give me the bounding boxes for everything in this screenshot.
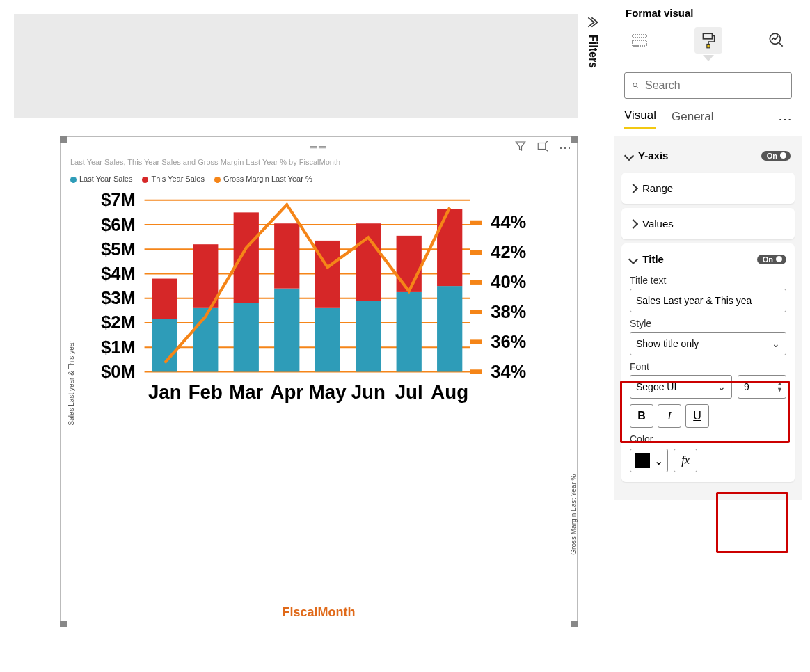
- svg-text:Jul: Jul: [395, 381, 423, 403]
- title-section-header[interactable]: Title On: [630, 253, 786, 269]
- resize-handle[interactable]: [60, 136, 67, 143]
- svg-text:$3M: $3M: [101, 288, 136, 307]
- analytics-icon: [768, 31, 786, 49]
- chart-legend: Last Year Sales This Year Sales Gross Ma…: [70, 175, 312, 183]
- chart-visual[interactable]: ══ ⋯ Last Year Sales, This Year Sales an…: [60, 136, 578, 627]
- svg-rect-39: [193, 244, 218, 308]
- filters-expand-icon: [586, 15, 600, 29]
- font-label: Font: [630, 361, 786, 372]
- y-axis-right-label: Gross Margin Last Year %: [570, 474, 578, 555]
- chevron-right-icon: [630, 182, 637, 194]
- svg-rect-6: [538, 143, 546, 150]
- svg-text:44%: 44%: [491, 212, 526, 232]
- font-size-stepper[interactable]: 9▲▼: [738, 375, 786, 399]
- italic-button[interactable]: I: [658, 404, 681, 428]
- drag-handle-icon[interactable]: ══: [310, 141, 327, 152]
- color-picker[interactable]: ⌄: [630, 449, 668, 472]
- svg-rect-2: [703, 33, 712, 39]
- svg-rect-56: [437, 286, 462, 371]
- svg-text:May: May: [309, 381, 347, 403]
- svg-text:$2M: $2M: [101, 312, 136, 332]
- svg-rect-0: [633, 35, 646, 38]
- svg-text:$5M: $5M: [101, 239, 136, 259]
- range-label: Range: [642, 182, 673, 194]
- svg-text:42%: 42%: [491, 242, 526, 262]
- panel-header: Format visual: [614, 0, 802, 23]
- svg-rect-54: [397, 236, 422, 292]
- fx-button[interactable]: fx: [674, 449, 697, 472]
- focus-mode-icon[interactable]: [537, 140, 549, 156]
- style-select[interactable]: Show title only⌄: [630, 332, 786, 355]
- svg-text:$1M: $1M: [101, 337, 136, 357]
- step-down-icon[interactable]: ▼: [777, 387, 783, 393]
- filters-label: Filters: [587, 35, 599, 68]
- svg-rect-1: [633, 40, 646, 46]
- resize-handle[interactable]: [60, 621, 67, 627]
- analytics-mode[interactable]: [763, 27, 791, 54]
- title-card: Title On Title text Style Show title onl…: [621, 243, 795, 482]
- title-toggle[interactable]: On: [757, 255, 786, 264]
- color-label: Color: [630, 433, 786, 445]
- svg-rect-50: [356, 301, 381, 371]
- yaxis-section-header[interactable]: Y-axis On: [621, 143, 795, 168]
- svg-text:$7M: $7M: [101, 191, 136, 209]
- y-axis-left-label: Sales Last year & This year: [68, 340, 75, 425]
- filter-icon[interactable]: [514, 140, 527, 156]
- range-card[interactable]: Range: [621, 173, 795, 204]
- title-text-label: Title text: [630, 275, 786, 286]
- resize-handle[interactable]: [571, 621, 578, 627]
- svg-text:Feb: Feb: [189, 381, 223, 403]
- yaxis-toggle[interactable]: On: [761, 151, 791, 161]
- filters-tab[interactable]: Filters: [586, 15, 600, 68]
- svg-text:Mar: Mar: [229, 381, 263, 403]
- svg-text:34%: 34%: [491, 362, 526, 381]
- panel-mode-switch: [614, 23, 802, 61]
- tab-visual[interactable]: Visual: [624, 109, 656, 129]
- svg-text:Jun: Jun: [351, 381, 386, 403]
- style-label: Style: [630, 318, 786, 329]
- svg-rect-35: [152, 319, 177, 372]
- svg-rect-42: [234, 212, 259, 303]
- svg-rect-36: [152, 279, 177, 319]
- paint-roller-icon: [699, 31, 717, 49]
- svg-rect-45: [274, 223, 299, 288]
- title-text-input[interactable]: [630, 289, 786, 312]
- panel-tabs: Visual General ⋯: [614, 109, 802, 136]
- color-swatch: [635, 453, 650, 468]
- svg-text:Jan: Jan: [148, 381, 182, 403]
- svg-text:$0M: $0M: [101, 362, 136, 381]
- search-box[interactable]: [624, 72, 792, 99]
- svg-text:$4M: $4M: [101, 264, 136, 283]
- svg-text:$6M: $6M: [101, 215, 136, 234]
- svg-rect-53: [397, 292, 422, 372]
- chart-title: Last Year Sales, This Year Sales and Gro…: [70, 158, 340, 166]
- font-family-select[interactable]: Segoe UI⌄: [630, 375, 732, 399]
- resize-handle[interactable]: [571, 136, 578, 143]
- format-visual-mode[interactable]: [694, 27, 722, 54]
- yaxis-label: Y-axis: [638, 150, 668, 161]
- more-options-icon[interactable]: ⋯: [559, 140, 571, 156]
- svg-rect-41: [234, 303, 259, 372]
- values-label: Values: [642, 218, 674, 230]
- table-icon: [631, 32, 648, 49]
- svg-text:Apr: Apr: [270, 381, 303, 403]
- chevron-down-icon: [626, 150, 633, 161]
- legend-item: This Year Sales: [142, 175, 204, 183]
- tab-general[interactable]: General: [672, 110, 713, 128]
- format-panel: Format visual Visual General ⋯ Y-axis On…: [614, 0, 802, 661]
- build-visual-mode[interactable]: [626, 27, 653, 54]
- svg-text:36%: 36%: [491, 332, 526, 351]
- svg-text:Aug: Aug: [431, 381, 468, 403]
- svg-rect-3: [706, 44, 709, 47]
- bold-button[interactable]: B: [630, 404, 653, 428]
- search-input[interactable]: [645, 79, 784, 92]
- svg-rect-47: [315, 308, 340, 372]
- tabs-more[interactable]: ⋯: [778, 111, 792, 127]
- x-axis-label: FiscalMonth: [282, 605, 355, 620]
- svg-rect-51: [356, 223, 381, 301]
- search-icon: [632, 80, 640, 91]
- svg-text:38%: 38%: [491, 302, 526, 321]
- title-section-label: Title: [642, 253, 664, 265]
- underline-button[interactable]: U: [685, 404, 709, 428]
- values-card[interactable]: Values: [621, 208, 795, 239]
